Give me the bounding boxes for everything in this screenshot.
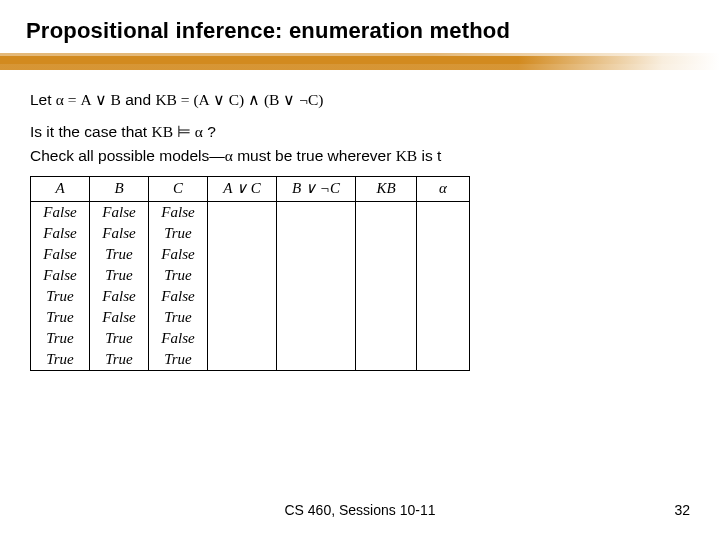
table-cell: [417, 202, 470, 224]
q-suffix: ?: [207, 123, 216, 140]
question-block: Is it the case that KB ⊨ α ? Check all p…: [30, 120, 670, 168]
table-cell: False: [90, 223, 149, 244]
table-cell: True: [90, 265, 149, 286]
table-cell: True: [90, 244, 149, 265]
check-suffix: is t: [417, 147, 441, 164]
table-cell: [208, 223, 277, 244]
kb-symbol: KB: [396, 147, 418, 164]
table-cell: [417, 223, 470, 244]
table-cell: [277, 286, 356, 307]
table-cell: False: [31, 244, 90, 265]
table-cell: False: [90, 307, 149, 328]
table-cell: [356, 265, 417, 286]
kb-eq: KB = (A ∨ C) ∧ (B ∨ ¬C): [155, 91, 323, 108]
alpha-symbol: α: [225, 147, 233, 164]
table-cell: [356, 349, 417, 371]
table-row: TrueTrueTrue: [31, 349, 470, 371]
table-cell: [208, 349, 277, 371]
q-prefix: Is it the case that: [30, 123, 151, 140]
table-cell: True: [31, 349, 90, 371]
table-cell: [356, 328, 417, 349]
table-cell: [356, 286, 417, 307]
check-prefix: Check all possible models—: [30, 147, 225, 164]
table-cell: [277, 307, 356, 328]
table-cell: [208, 202, 277, 224]
table-row: TrueFalseFalse: [31, 286, 470, 307]
page-number: 32: [674, 502, 690, 518]
table-cell: False: [31, 202, 90, 224]
table-cell: False: [149, 328, 208, 349]
table-header: B: [90, 177, 149, 202]
table-header: KB: [356, 177, 417, 202]
table-cell: [277, 265, 356, 286]
table-cell: [356, 244, 417, 265]
table-cell: [208, 244, 277, 265]
table-cell: [208, 307, 277, 328]
kb-entails: KB ⊨ α: [151, 123, 202, 140]
table-header: A: [31, 177, 90, 202]
table-row: TrueFalseTrue: [31, 307, 470, 328]
table-row: FalseTrueFalse: [31, 244, 470, 265]
table-cell: [417, 265, 470, 286]
check-mid: must be true wherever: [233, 147, 396, 164]
table-cell: False: [31, 223, 90, 244]
table-cell: True: [31, 286, 90, 307]
table-cell: True: [31, 307, 90, 328]
table-cell: [277, 202, 356, 224]
table-cell: True: [149, 265, 208, 286]
table-cell: [208, 286, 277, 307]
footer-text: CS 460, Sessions 10-11: [0, 502, 720, 518]
table-cell: [277, 349, 356, 371]
table-cell: [208, 265, 277, 286]
table-cell: False: [149, 202, 208, 224]
table-cell: True: [90, 328, 149, 349]
table-cell: False: [31, 265, 90, 286]
table-cell: True: [31, 328, 90, 349]
table-cell: [417, 244, 470, 265]
title-underline-decoration: [0, 50, 720, 78]
table-cell: False: [90, 202, 149, 224]
table-cell: [277, 328, 356, 349]
let-prefix: Let: [30, 91, 56, 108]
table-cell: True: [149, 223, 208, 244]
table-row: FalseFalseFalse: [31, 202, 470, 224]
table-header: B ∨ ¬C: [277, 177, 356, 202]
table-cell: [356, 223, 417, 244]
table-row: FalseFalseTrue: [31, 223, 470, 244]
table-header: A ∨ C: [208, 177, 277, 202]
table-cell: True: [149, 307, 208, 328]
table-cell: [417, 286, 470, 307]
table-header: α: [417, 177, 470, 202]
page-title: Propositional inference: enumeration met…: [26, 18, 694, 44]
let-line: Let α = A ∨ B and KB = (A ∨ C) ∧ (B ∨ ¬C…: [30, 88, 670, 112]
table-cell: [208, 328, 277, 349]
table-cell: [356, 307, 417, 328]
table-cell: False: [149, 286, 208, 307]
truth-table: ABCA ∨ CB ∨ ¬CKBα FalseFalseFalseFalseFa…: [30, 176, 470, 371]
table-row: TrueTrueFalse: [31, 328, 470, 349]
table-cell: True: [149, 349, 208, 371]
table-cell: [417, 349, 470, 371]
table-cell: [417, 307, 470, 328]
table-cell: [356, 202, 417, 224]
table-row: FalseTrueTrue: [31, 265, 470, 286]
table-cell: False: [149, 244, 208, 265]
table-cell: [277, 223, 356, 244]
table-cell: True: [90, 349, 149, 371]
alpha-eq: α = A ∨ B: [56, 91, 121, 108]
table-cell: False: [90, 286, 149, 307]
table-header: C: [149, 177, 208, 202]
table-cell: [417, 328, 470, 349]
and-word: and: [125, 91, 155, 108]
table-cell: [277, 244, 356, 265]
